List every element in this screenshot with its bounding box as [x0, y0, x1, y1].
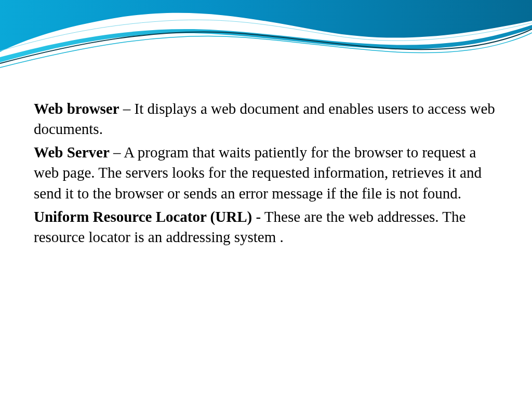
definition-url: Uniform Resource Locator (URL) - These a…	[34, 207, 501, 247]
term-web-browser: Web browser	[34, 100, 119, 117]
term-web-server: Web Server	[34, 144, 110, 161]
sep-web-browser: –	[119, 100, 135, 117]
sep-url: -	[252, 208, 264, 225]
slide-body: Web browser – It displays a web document…	[34, 99, 501, 250]
sep-web-server: –	[110, 144, 124, 161]
header-swoosh-decoration	[0, 0, 532, 83]
definition-web-browser: Web browser – It displays a web document…	[34, 99, 501, 139]
term-url: Uniform Resource Locator (URL)	[34, 208, 252, 225]
definition-web-server: Web Server – A program that waits patien…	[34, 142, 501, 203]
